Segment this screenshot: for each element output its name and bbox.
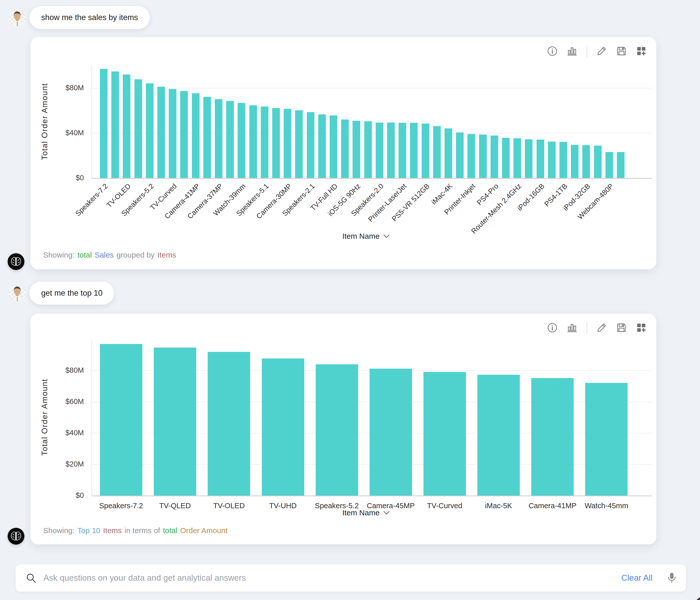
chart-type-icon[interactable] (567, 46, 577, 56)
bar[interactable] (134, 79, 142, 178)
bar[interactable] (456, 132, 464, 178)
bar[interactable] (491, 135, 498, 178)
bar[interactable] (180, 91, 188, 178)
save-icon[interactable] (616, 322, 627, 333)
brain-icon (10, 531, 22, 541)
bar[interactable] (582, 145, 590, 178)
user-message-text: get me the top 10 (41, 289, 102, 298)
bar[interactable] (585, 383, 628, 496)
bar[interactable] (100, 69, 107, 178)
bar[interactable] (548, 142, 556, 178)
bar[interactable] (316, 364, 358, 496)
user-message-bubble: get me the top 10 (29, 282, 114, 305)
bar[interactable] (154, 348, 196, 496)
clear-all-link[interactable]: Clear All (621, 573, 652, 583)
bar[interactable] (502, 138, 509, 178)
query-token[interactable]: total (163, 526, 177, 535)
bar[interactable] (123, 74, 130, 178)
add-to-dashboard-icon[interactable] (636, 46, 647, 56)
bar[interactable] (261, 106, 268, 178)
bar[interactable] (468, 134, 475, 178)
bar[interactable] (479, 134, 487, 178)
bar[interactable] (100, 344, 142, 496)
bar[interactable] (399, 123, 406, 178)
query-token[interactable]: Items (157, 251, 176, 259)
bar[interactable] (203, 97, 211, 178)
bar[interactable] (376, 123, 383, 178)
assistant-avatar (8, 253, 24, 270)
bar[interactable] (318, 115, 326, 178)
bar[interactable] (330, 116, 337, 178)
bar[interactable] (571, 145, 578, 178)
bar[interactable] (422, 124, 429, 178)
user-avatar (9, 10, 25, 26)
question-input[interactable] (43, 573, 621, 583)
query-token[interactable]: Order Amount (180, 526, 228, 535)
bar[interactable] (594, 146, 602, 178)
bar[interactable] (238, 103, 245, 178)
bar[interactable] (341, 120, 349, 178)
save-icon[interactable] (616, 46, 627, 56)
mouse-cursor (696, 597, 700, 600)
bar[interactable] (353, 121, 360, 178)
query-token[interactable]: total (77, 251, 92, 259)
brain-icon (10, 256, 22, 267)
x-category-label: Camera-45MP (367, 502, 415, 510)
bar[interactable] (477, 375, 520, 496)
x-category-label: iMac-5K (485, 502, 512, 510)
chevron-down-icon (383, 511, 390, 515)
info-icon[interactable] (547, 46, 558, 56)
bar[interactable] (423, 372, 466, 496)
y-tick-label: $80M (43, 366, 84, 374)
bar[interactable] (208, 352, 250, 496)
x-category-label: TV-Curved (427, 502, 462, 510)
bar[interactable] (525, 139, 532, 178)
bar[interactable] (514, 138, 521, 178)
bar[interactable] (364, 121, 372, 178)
bar[interactable] (157, 87, 165, 178)
query-token[interactable]: Sales (95, 251, 114, 259)
bar[interactable] (192, 93, 200, 178)
bar[interactable] (215, 99, 222, 178)
bar[interactable] (531, 378, 574, 496)
bar[interactable] (146, 83, 153, 178)
bar[interactable] (169, 89, 176, 178)
bar[interactable] (410, 123, 418, 178)
bar[interactable] (262, 358, 304, 496)
bar[interactable] (226, 101, 234, 178)
microphone-icon[interactable] (667, 572, 677, 584)
chart-type-icon[interactable] (567, 322, 577, 333)
showing-summary: Showing:Top 10Itemsin terms oftotalOrder… (43, 526, 227, 535)
bar[interactable] (370, 369, 412, 496)
bar[interactable] (536, 140, 544, 178)
add-to-dashboard-icon[interactable] (636, 322, 647, 333)
y-axis-line (92, 339, 92, 496)
bar[interactable] (387, 123, 395, 178)
bar[interactable] (559, 142, 567, 178)
bar[interactable] (617, 152, 625, 178)
edit-icon[interactable] (596, 46, 607, 56)
y-tick-label: $0 (43, 491, 84, 500)
search-icon (26, 573, 36, 583)
bar[interactable] (445, 128, 452, 178)
bar[interactable] (249, 105, 257, 178)
showing-summary: Showing:totalSalesgrouped byItems (43, 251, 176, 259)
showing-label: grouped by (117, 251, 154, 259)
query-token[interactable]: Items (103, 526, 122, 535)
info-icon[interactable] (547, 322, 558, 333)
bar[interactable] (111, 71, 119, 178)
edit-icon[interactable] (596, 322, 607, 333)
user-avatar (9, 285, 25, 302)
bar[interactable] (272, 108, 280, 178)
bar[interactable] (433, 126, 441, 178)
person-illustration (9, 285, 25, 302)
showing-label: Showing: (43, 526, 74, 535)
query-token[interactable]: Top 10 (77, 526, 100, 535)
showing-label: Showing: (43, 251, 74, 259)
bar[interactable] (605, 152, 613, 178)
bar[interactable] (307, 112, 315, 178)
answer-card-top-10-items: Total Order Amount Item Name Showing:Top… (30, 314, 656, 544)
bar[interactable] (295, 110, 303, 178)
x-category-label: TV-OLED (213, 502, 245, 510)
bar[interactable] (284, 109, 291, 178)
